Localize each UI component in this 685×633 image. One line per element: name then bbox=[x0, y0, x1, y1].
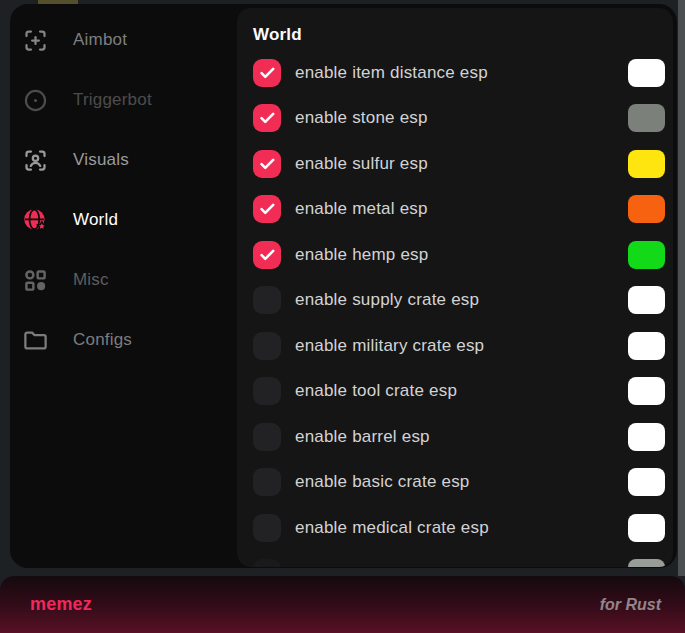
checkbox[interactable] bbox=[253, 423, 281, 451]
misc-icon bbox=[22, 267, 49, 294]
color-swatch[interactable] bbox=[628, 195, 665, 223]
setting-row-item-distance-esp: enable item distance esp bbox=[253, 50, 665, 96]
background-strip bbox=[678, 0, 685, 576]
triggerbot-icon bbox=[22, 87, 49, 114]
setting-row-basic-crate-esp: enable basic crate esp bbox=[253, 460, 665, 506]
sidebar-item-visuals[interactable]: Visuals bbox=[10, 130, 237, 190]
checkbox[interactable] bbox=[253, 241, 281, 269]
color-swatch[interactable] bbox=[628, 150, 665, 178]
setting-row-stone-esp: enable stone esp bbox=[253, 96, 665, 142]
setting-row-sulfur-esp: enable sulfur esp bbox=[253, 141, 665, 187]
sidebar-item-triggerbot[interactable]: Triggerbot bbox=[10, 70, 237, 130]
setting-row-military-crate-esp: enable military crate esp bbox=[253, 323, 665, 369]
setting-row-tool-crate-esp: enable tool crate esp bbox=[253, 369, 665, 415]
sidebar-item-label: Triggerbot bbox=[73, 90, 152, 110]
sidebar-item-label: World bbox=[73, 210, 118, 230]
sidebar-item-aimbot[interactable]: Aimbot bbox=[10, 10, 237, 70]
checkbox[interactable] bbox=[253, 286, 281, 314]
setting-label: enable item distance esp bbox=[295, 63, 488, 83]
sidebar-item-misc[interactable]: Misc bbox=[10, 250, 237, 310]
setting-label: enable supply crate esp bbox=[295, 290, 479, 310]
page-title: World bbox=[253, 24, 665, 46]
sidebar-item-world[interactable]: World bbox=[10, 190, 237, 250]
configs-icon bbox=[22, 327, 49, 354]
checkbox[interactable] bbox=[253, 514, 281, 542]
setting-label: enable barrel esp bbox=[295, 427, 430, 447]
sidebar-item-label: Misc bbox=[73, 270, 109, 290]
sidebar-item-label: Aimbot bbox=[73, 30, 127, 50]
color-swatch[interactable] bbox=[628, 423, 665, 451]
setting-label: enable tool crate esp bbox=[295, 381, 457, 401]
setting-row-barrel-esp: enable barrel esp bbox=[253, 414, 665, 460]
color-swatch[interactable] bbox=[628, 377, 665, 405]
setting-label: enable hemp esp bbox=[295, 245, 428, 265]
visuals-icon bbox=[22, 147, 49, 174]
setting-label: enable sulfur esp bbox=[295, 154, 428, 174]
color-swatch[interactable] bbox=[628, 286, 665, 314]
sidebar-item-label: Configs bbox=[73, 330, 132, 350]
footer-tagline: for Rust bbox=[600, 596, 661, 614]
brand-name: memez bbox=[30, 594, 92, 615]
color-swatch[interactable] bbox=[628, 514, 665, 542]
sidebar-item-label: Visuals bbox=[73, 150, 129, 170]
setting-label: enable military crate esp bbox=[295, 336, 484, 356]
checkbox[interactable] bbox=[253, 332, 281, 360]
setting-row-medical-crate-esp: enable medical crate esp bbox=[253, 505, 665, 551]
footer-bar: memez for Rust bbox=[0, 576, 685, 633]
world-settings-panel: World enable item distance esp enable st… bbox=[237, 8, 673, 567]
color-swatch[interactable] bbox=[628, 332, 665, 360]
color-swatch[interactable] bbox=[628, 468, 665, 496]
setting-label: enable medical crate esp bbox=[295, 518, 489, 538]
world-icon bbox=[22, 207, 49, 234]
setting-row-clipped bbox=[253, 551, 665, 568]
setting-label: enable stone esp bbox=[295, 108, 428, 128]
sidebar: Aimbot Triggerbot Visuals bbox=[10, 10, 237, 370]
setting-label: enable metal esp bbox=[295, 199, 428, 219]
sidebar-item-configs[interactable]: Configs bbox=[10, 310, 237, 370]
setting-row-supply-crate-esp: enable supply crate esp bbox=[253, 278, 665, 324]
checkbox[interactable] bbox=[253, 468, 281, 496]
checkbox[interactable] bbox=[253, 150, 281, 178]
color-swatch[interactable] bbox=[628, 241, 665, 269]
cheat-menu-window: Aimbot Triggerbot Visuals bbox=[10, 4, 677, 568]
setting-row-metal-esp: enable metal esp bbox=[253, 187, 665, 233]
checkbox[interactable] bbox=[253, 195, 281, 223]
setting-label: enable basic crate esp bbox=[295, 472, 470, 492]
checkbox[interactable] bbox=[253, 104, 281, 132]
checkbox[interactable] bbox=[253, 377, 281, 405]
color-swatch[interactable] bbox=[628, 104, 665, 132]
setting-row-hemp-esp: enable hemp esp bbox=[253, 232, 665, 278]
color-swatch[interactable] bbox=[628, 559, 665, 567]
color-swatch[interactable] bbox=[628, 59, 665, 87]
checkbox[interactable] bbox=[253, 559, 281, 567]
checkbox[interactable] bbox=[253, 59, 281, 87]
aimbot-icon bbox=[22, 27, 49, 54]
